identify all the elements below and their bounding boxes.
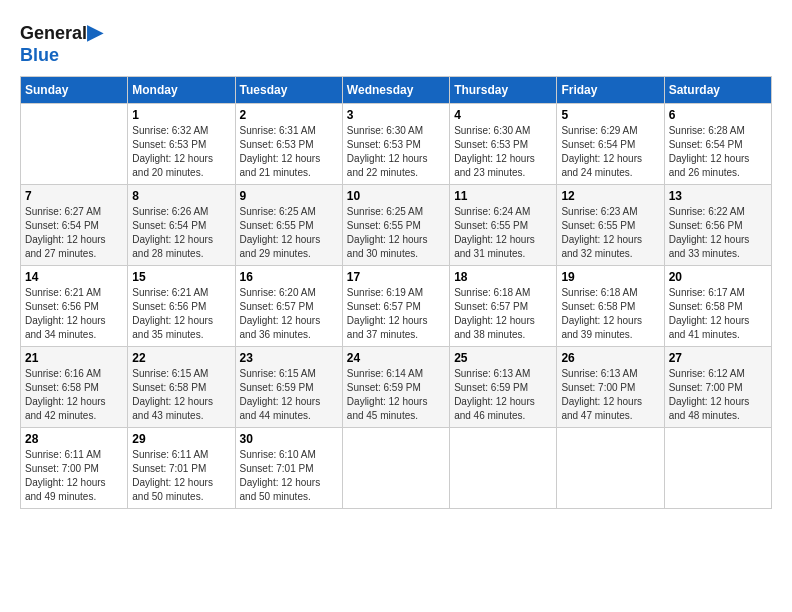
day-cell: 8Sunrise: 6:26 AM Sunset: 6:54 PM Daylig… [128,185,235,266]
day-info: Sunrise: 6:18 AM Sunset: 6:57 PM Dayligh… [454,286,552,342]
day-info: Sunrise: 6:28 AM Sunset: 6:54 PM Dayligh… [669,124,767,180]
day-info: Sunrise: 6:16 AM Sunset: 6:58 PM Dayligh… [25,367,123,423]
day-info: Sunrise: 6:24 AM Sunset: 6:55 PM Dayligh… [454,205,552,261]
day-number: 22 [132,351,230,365]
day-number: 1 [132,108,230,122]
day-info: Sunrise: 6:30 AM Sunset: 6:53 PM Dayligh… [454,124,552,180]
week-row-3: 14Sunrise: 6:21 AM Sunset: 6:56 PM Dayli… [21,266,772,347]
weekday-header-tuesday: Tuesday [235,77,342,104]
day-number: 17 [347,270,445,284]
calendar-table: SundayMondayTuesdayWednesdayThursdayFrid… [20,76,772,509]
day-number: 27 [669,351,767,365]
day-info: Sunrise: 6:11 AM Sunset: 7:00 PM Dayligh… [25,448,123,504]
day-cell: 26Sunrise: 6:13 AM Sunset: 7:00 PM Dayli… [557,347,664,428]
day-cell: 6Sunrise: 6:28 AM Sunset: 6:54 PM Daylig… [664,104,771,185]
day-info: Sunrise: 6:23 AM Sunset: 6:55 PM Dayligh… [561,205,659,261]
day-info: Sunrise: 6:20 AM Sunset: 6:57 PM Dayligh… [240,286,338,342]
day-number: 25 [454,351,552,365]
day-cell: 16Sunrise: 6:20 AM Sunset: 6:57 PM Dayli… [235,266,342,347]
day-cell: 30Sunrise: 6:10 AM Sunset: 7:01 PM Dayli… [235,428,342,509]
week-row-1: 1Sunrise: 6:32 AM Sunset: 6:53 PM Daylig… [21,104,772,185]
day-number: 2 [240,108,338,122]
day-cell: 18Sunrise: 6:18 AM Sunset: 6:57 PM Dayli… [450,266,557,347]
logo: General▶Blue [20,20,102,66]
day-number: 7 [25,189,123,203]
day-cell: 3Sunrise: 6:30 AM Sunset: 6:53 PM Daylig… [342,104,449,185]
day-cell: 19Sunrise: 6:18 AM Sunset: 6:58 PM Dayli… [557,266,664,347]
day-info: Sunrise: 6:17 AM Sunset: 6:58 PM Dayligh… [669,286,767,342]
day-info: Sunrise: 6:32 AM Sunset: 6:53 PM Dayligh… [132,124,230,180]
day-number: 14 [25,270,123,284]
day-cell [342,428,449,509]
day-info: Sunrise: 6:12 AM Sunset: 7:00 PM Dayligh… [669,367,767,423]
day-number: 3 [347,108,445,122]
day-info: Sunrise: 6:22 AM Sunset: 6:56 PM Dayligh… [669,205,767,261]
day-info: Sunrise: 6:15 AM Sunset: 6:58 PM Dayligh… [132,367,230,423]
day-info: Sunrise: 6:25 AM Sunset: 6:55 PM Dayligh… [240,205,338,261]
day-cell: 23Sunrise: 6:15 AM Sunset: 6:59 PM Dayli… [235,347,342,428]
day-cell: 4Sunrise: 6:30 AM Sunset: 6:53 PM Daylig… [450,104,557,185]
day-number: 12 [561,189,659,203]
day-cell [21,104,128,185]
day-cell: 1Sunrise: 6:32 AM Sunset: 6:53 PM Daylig… [128,104,235,185]
day-cell [664,428,771,509]
day-info: Sunrise: 6:27 AM Sunset: 6:54 PM Dayligh… [25,205,123,261]
day-cell: 22Sunrise: 6:15 AM Sunset: 6:58 PM Dayli… [128,347,235,428]
day-cell: 15Sunrise: 6:21 AM Sunset: 6:56 PM Dayli… [128,266,235,347]
weekday-header-friday: Friday [557,77,664,104]
day-info: Sunrise: 6:14 AM Sunset: 6:59 PM Dayligh… [347,367,445,423]
day-info: Sunrise: 6:13 AM Sunset: 7:00 PM Dayligh… [561,367,659,423]
day-number: 6 [669,108,767,122]
day-number: 10 [347,189,445,203]
day-cell: 17Sunrise: 6:19 AM Sunset: 6:57 PM Dayli… [342,266,449,347]
day-number: 13 [669,189,767,203]
day-cell: 27Sunrise: 6:12 AM Sunset: 7:00 PM Dayli… [664,347,771,428]
day-cell: 12Sunrise: 6:23 AM Sunset: 6:55 PM Dayli… [557,185,664,266]
week-row-5: 28Sunrise: 6:11 AM Sunset: 7:00 PM Dayli… [21,428,772,509]
day-number: 5 [561,108,659,122]
header: General▶Blue [20,20,772,66]
day-info: Sunrise: 6:10 AM Sunset: 7:01 PM Dayligh… [240,448,338,504]
day-number: 19 [561,270,659,284]
day-number: 15 [132,270,230,284]
weekday-header-thursday: Thursday [450,77,557,104]
week-row-2: 7Sunrise: 6:27 AM Sunset: 6:54 PM Daylig… [21,185,772,266]
day-info: Sunrise: 6:15 AM Sunset: 6:59 PM Dayligh… [240,367,338,423]
day-cell: 10Sunrise: 6:25 AM Sunset: 6:55 PM Dayli… [342,185,449,266]
day-number: 18 [454,270,552,284]
weekday-header-wednesday: Wednesday [342,77,449,104]
day-number: 8 [132,189,230,203]
day-cell: 2Sunrise: 6:31 AM Sunset: 6:53 PM Daylig… [235,104,342,185]
day-info: Sunrise: 6:31 AM Sunset: 6:53 PM Dayligh… [240,124,338,180]
day-number: 24 [347,351,445,365]
day-info: Sunrise: 6:13 AM Sunset: 6:59 PM Dayligh… [454,367,552,423]
day-number: 23 [240,351,338,365]
day-cell: 7Sunrise: 6:27 AM Sunset: 6:54 PM Daylig… [21,185,128,266]
day-cell: 28Sunrise: 6:11 AM Sunset: 7:00 PM Dayli… [21,428,128,509]
day-info: Sunrise: 6:21 AM Sunset: 6:56 PM Dayligh… [25,286,123,342]
day-info: Sunrise: 6:11 AM Sunset: 7:01 PM Dayligh… [132,448,230,504]
day-cell: 25Sunrise: 6:13 AM Sunset: 6:59 PM Dayli… [450,347,557,428]
day-cell: 29Sunrise: 6:11 AM Sunset: 7:01 PM Dayli… [128,428,235,509]
day-cell: 20Sunrise: 6:17 AM Sunset: 6:58 PM Dayli… [664,266,771,347]
day-number: 16 [240,270,338,284]
day-cell: 24Sunrise: 6:14 AM Sunset: 6:59 PM Dayli… [342,347,449,428]
day-cell: 14Sunrise: 6:21 AM Sunset: 6:56 PM Dayli… [21,266,128,347]
weekday-header-monday: Monday [128,77,235,104]
day-number: 9 [240,189,338,203]
day-info: Sunrise: 6:18 AM Sunset: 6:58 PM Dayligh… [561,286,659,342]
day-info: Sunrise: 6:25 AM Sunset: 6:55 PM Dayligh… [347,205,445,261]
day-cell: 21Sunrise: 6:16 AM Sunset: 6:58 PM Dayli… [21,347,128,428]
day-number: 30 [240,432,338,446]
day-number: 29 [132,432,230,446]
week-row-4: 21Sunrise: 6:16 AM Sunset: 6:58 PM Dayli… [21,347,772,428]
day-number: 4 [454,108,552,122]
day-cell: 11Sunrise: 6:24 AM Sunset: 6:55 PM Dayli… [450,185,557,266]
day-number: 11 [454,189,552,203]
day-number: 28 [25,432,123,446]
day-cell [557,428,664,509]
day-info: Sunrise: 6:26 AM Sunset: 6:54 PM Dayligh… [132,205,230,261]
day-cell: 5Sunrise: 6:29 AM Sunset: 6:54 PM Daylig… [557,104,664,185]
day-number: 21 [25,351,123,365]
day-info: Sunrise: 6:29 AM Sunset: 6:54 PM Dayligh… [561,124,659,180]
